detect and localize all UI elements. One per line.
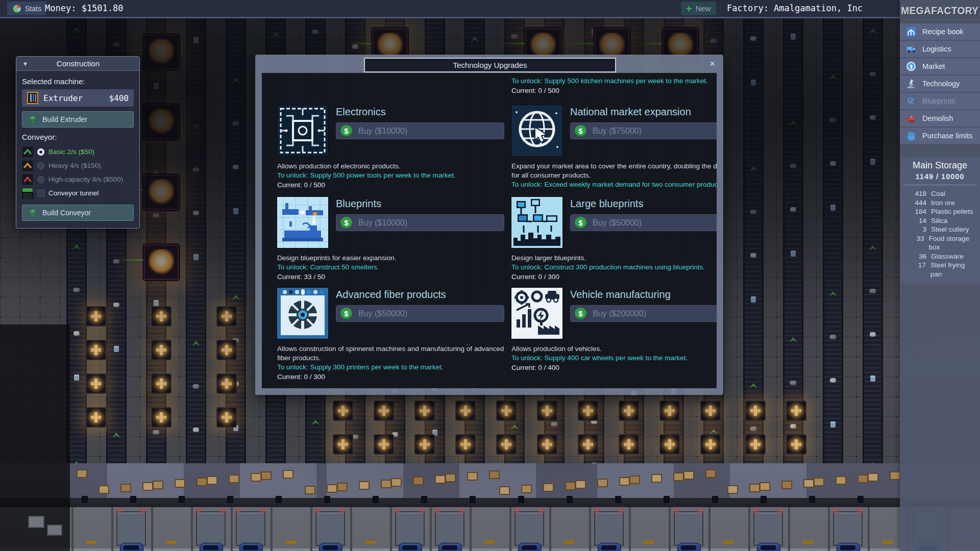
truck-rear-light [316, 510, 320, 512]
tech-card-advanced-fiber-products: Advanced fiber products $ Buy ($50000) A… [277, 288, 511, 380]
bay-divider [151, 507, 153, 551]
conveyor-option-high-capacity[interactable]: High-capacity 8/s ($500) [22, 172, 134, 186]
truck-rear-light [117, 510, 121, 512]
build-extruder-label: Build Extruder [42, 115, 87, 123]
conveyor-item [311, 420, 320, 425]
bay-marker-dash [883, 541, 893, 544]
cargo-box [683, 471, 694, 480]
buy-button[interactable]: $ Buy ($50000) [336, 305, 504, 322]
sidebar-item-technology[interactable]: Technology [900, 76, 980, 92]
sidebar-item-blueprints[interactable]: Blueprints [900, 93, 980, 109]
sidebar-item-demolish[interactable]: Demolish [900, 110, 980, 127]
sidebar-item-market[interactable]: $ Market [900, 58, 980, 74]
smelter-machine [143, 104, 179, 140]
stats-button[interactable]: Stats [7, 2, 46, 15]
storage-row: 14Silica [903, 216, 977, 226]
sidebar-item-label: Market [922, 62, 945, 70]
truck-rear-light [778, 510, 782, 512]
tech-unlock-condition: To unlock: Exceed weekly market demand f… [511, 180, 717, 189]
truck [196, 511, 226, 551]
dock-band [0, 463, 980, 498]
buy-button[interactable]: $ Buy ($50000) [570, 214, 717, 231]
conveyor-item [790, 164, 797, 168]
radio-selected[interactable] [37, 148, 44, 156]
cargo-box [781, 481, 792, 489]
truck-cab [598, 543, 621, 551]
cargo-box [381, 480, 391, 488]
build-conveyor-button[interactable]: Build Conveyor [22, 205, 134, 221]
truck-cab [438, 543, 462, 551]
sidebar-item-label: Demolish [922, 114, 953, 122]
dock-post [518, 496, 524, 503]
dollar-coin-icon: $ [340, 125, 352, 137]
conveyor-option-heavy[interactable]: Heavy 4/s ($150) [22, 159, 134, 172]
purchase-limits-hand-icon [904, 130, 918, 142]
cargo-box [197, 478, 207, 486]
lamp-machine [537, 400, 557, 421]
smelter-machine [143, 244, 179, 280]
factory-name: Factory: Amalgamation, Inc [727, 0, 863, 17]
conveyor-item [192, 124, 200, 129]
buy-button[interactable]: $ Buy ($75000) [570, 122, 717, 139]
sidebar-item-purchase-limits[interactable]: Purchase limits [900, 128, 980, 144]
crate [28, 516, 44, 528]
truck-trailer [594, 511, 624, 546]
conveyor-item [233, 208, 238, 214]
dock-post [712, 496, 718, 503]
tunnel-checkbox[interactable] [37, 190, 44, 197]
tech-card-electronics: Electronics $ Buy ($10000) Allows produc… [277, 105, 511, 190]
bay-divider [430, 507, 432, 551]
conveyor-item [352, 44, 358, 49]
build-extruder-button[interactable]: Build Extruder [22, 111, 134, 128]
new-factory-button[interactable]: + New [681, 2, 716, 15]
bay-divider [589, 507, 591, 551]
technology-microscope-icon [904, 78, 918, 90]
radio-unselected[interactable] [37, 176, 44, 183]
construction-header[interactable]: ▼ Construction [16, 57, 139, 71]
conveyor-item [791, 34, 796, 40]
truck [236, 511, 265, 551]
truck [594, 511, 624, 551]
buy-button[interactable]: $ Buy ($10000) [336, 214, 504, 231]
truck [395, 511, 425, 551]
lamp-machine [496, 434, 517, 455]
truck-cab [200, 543, 223, 551]
bay-marker-dash [365, 541, 375, 544]
truck-trailer [236, 511, 265, 546]
cargo-box [142, 482, 153, 491]
sidebar-item-logistics[interactable]: Logistics [900, 41, 980, 57]
storage-row: 184Plastic pellets [903, 207, 977, 216]
bay-divider [71, 507, 74, 551]
lamp-machine [86, 306, 106, 327]
windshield [840, 545, 855, 550]
buy-button[interactable]: $ Buy ($200000) [570, 305, 717, 322]
bay-marker-dash [166, 541, 176, 544]
buy-button[interactable]: $ Buy ($10000) [336, 122, 504, 139]
conveyor-item [830, 118, 837, 122]
tech-unlock-condition: To unlock: Supply 300 printers per week … [277, 363, 504, 372]
conveyor-item [193, 254, 199, 260]
radio-unselected[interactable] [37, 162, 44, 169]
sidebar-item-recipe-book[interactable]: Recipe book [900, 23, 980, 40]
storage-row: 418Coal [903, 189, 977, 198]
conveyor-option-basic[interactable]: Basic 2/s ($50) [22, 145, 134, 159]
windshield [442, 545, 457, 550]
cargo-box [435, 475, 446, 484]
truck-rear-light [221, 510, 225, 512]
conveyor-item [791, 251, 796, 257]
cargo-box [467, 472, 478, 481]
dollar-coin-icon: $ [340, 308, 352, 319]
conveyor-tunnel-option[interactable]: Conveyor tunnel [22, 186, 134, 200]
cargo-box [814, 478, 824, 486]
tech-unlock-condition: To unlock: Construct 50 smelters. [277, 263, 504, 272]
bay-divider [271, 507, 273, 551]
tech-card-national-market-expansion: National market expansion $ Buy ($75000)… [511, 105, 717, 190]
conveyor-item [312, 30, 319, 34]
conveyor-item [790, 424, 796, 429]
selected-machine-row[interactable]: Extruder $400 [22, 89, 134, 107]
conveyor-item [750, 36, 756, 41]
close-icon[interactable]: × [709, 57, 715, 70]
cargo-box [153, 481, 163, 489]
conveyor-label: Conveyor: [22, 133, 134, 141]
plus-icon: + [686, 4, 692, 14]
